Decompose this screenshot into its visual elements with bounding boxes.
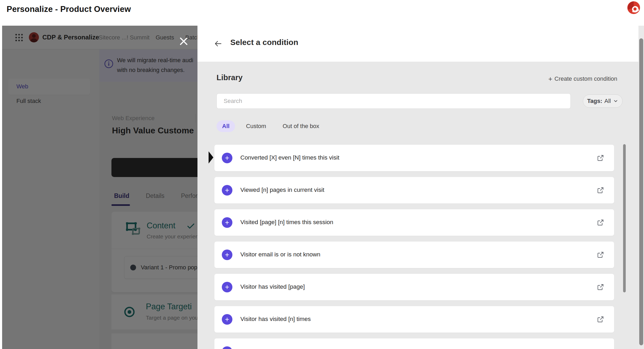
plus-icon: +: [548, 75, 552, 83]
condition-label: Visited [page] [n] times this session: [240, 219, 333, 226]
modal-dim-overlay[interactable]: [2, 26, 198, 349]
condition-label: Visitor has visited [page]: [240, 283, 305, 290]
page-title: Personalize - Product Overview: [7, 4, 131, 14]
page-scrollbar-track[interactable]: [638, 26, 644, 349]
search-row: Tags: All: [217, 93, 633, 109]
tags-label: Tags:: [587, 98, 602, 105]
add-condition-button[interactable]: +: [222, 153, 232, 163]
external-link-icon[interactable]: [597, 283, 604, 291]
external-link-icon[interactable]: [597, 316, 604, 323]
modal-title: Select a condition: [230, 38, 298, 47]
condition-list: + Converted [X] even [N] times this visi…: [214, 145, 614, 349]
modal-header: Select a condition: [197, 26, 638, 62]
condition-label: Came to site from search engine: [240, 348, 326, 349]
external-link-icon[interactable]: [597, 187, 604, 194]
back-arrow-icon[interactable]: [213, 39, 223, 48]
add-condition-button[interactable]: +: [222, 346, 232, 349]
sitecore-personalize-logo-icon: [626, 1, 641, 15]
chevron-down-icon: [613, 98, 618, 104]
modal-scrollbar-thumb[interactable]: [623, 144, 626, 292]
titlebar: Personalize - Product Overview: [0, 0, 644, 26]
condition-label: Visitor has visited [n] times: [240, 316, 311, 323]
filter-tabs: All Custom Out of the box: [217, 120, 329, 133]
select-condition-modal: Select a condition Library +Create custo…: [197, 26, 638, 349]
search-input[interactable]: [217, 93, 571, 109]
external-link-icon[interactable]: [597, 219, 604, 226]
library-row: Library +Create custom condition: [217, 73, 614, 84]
filter-tab-custom[interactable]: Custom: [241, 120, 272, 132]
create-custom-condition-button[interactable]: +Create custom condition: [548, 75, 617, 83]
condition-card[interactable]: + Visitor email is or is not known: [214, 242, 614, 268]
filter-tab-out-of-the-box[interactable]: Out of the box: [277, 120, 325, 132]
external-link-icon[interactable]: [597, 154, 604, 162]
add-condition-button[interactable]: +: [222, 185, 232, 196]
modal-body: Library +Create custom condition Tags: A…: [197, 62, 638, 349]
add-condition-button[interactable]: +: [222, 250, 232, 260]
add-condition-button[interactable]: +: [222, 217, 232, 228]
condition-card[interactable]: + Visitor has visited [n] times: [214, 306, 614, 333]
condition-card-partial[interactable]: + Came to site from search engine: [214, 338, 614, 349]
tags-value: All: [604, 98, 611, 105]
tags-filter-dropdown[interactable]: Tags: All: [583, 94, 623, 108]
page-scrollbar-thumb[interactable]: [639, 38, 643, 345]
library-heading: Library: [217, 73, 242, 82]
create-custom-condition-label: Create custom condition: [555, 75, 617, 82]
condition-card[interactable]: + Converted [X] even [N] times this visi…: [214, 145, 614, 171]
add-condition-button[interactable]: +: [222, 314, 232, 325]
close-icon[interactable]: [179, 37, 188, 46]
add-condition-button[interactable]: +: [222, 282, 232, 292]
screen: Personalize - Product Overview: [0, 0, 644, 349]
filter-tab-all[interactable]: All: [217, 120, 235, 132]
mouse-cursor-icon: [209, 151, 214, 164]
condition-label: Visitor email is or is not known: [240, 251, 320, 258]
external-link-icon[interactable]: [597, 251, 604, 259]
condition-card[interactable]: + Viewed [n] pages in current visit: [214, 177, 614, 203]
condition-card[interactable]: + Visited [page] [n] times this session: [214, 209, 614, 236]
condition-card[interactable]: + Visitor has visited [page]: [214, 274, 614, 300]
condition-label: Viewed [n] pages in current visit: [240, 187, 324, 193]
condition-label: Converted [X] even [N] times this visit: [240, 154, 339, 161]
